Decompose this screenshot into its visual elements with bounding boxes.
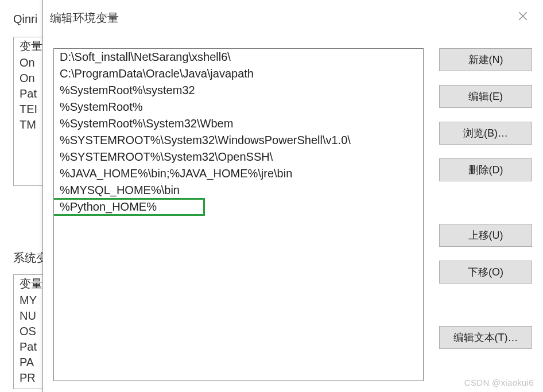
path-item[interactable]: %SYSTEMROOT%\System32\WindowsPowerShell\… — [54, 132, 423, 149]
new-button[interactable]: 新建(N) — [439, 48, 532, 71]
path-item[interactable]: %SystemRoot%\system32 — [54, 82, 423, 99]
delete-button[interactable]: 删除(D) — [439, 158, 532, 181]
path-item[interactable]: %SystemRoot% — [54, 99, 423, 115]
close-button[interactable] — [515, 8, 531, 24]
parent-tab-label: Qinri — [13, 13, 37, 26]
close-icon — [518, 11, 528, 21]
path-item[interactable]: D:\Soft_install\NetSarang\xshell6\ — [54, 49, 423, 65]
edit-env-dialog: 编辑环境变量 D:\Soft_install\NetSarang\xshell6… — [42, 0, 541, 392]
edit-button[interactable]: 编辑(E) — [439, 85, 532, 108]
path-item[interactable]: %Python_HOME% — [53, 199, 204, 215]
button-column: 新建(N) 编辑(E) 浏览(B)… 删除(D) 上移(U) 下移(O) 编辑文… — [439, 48, 532, 363]
browse-button[interactable]: 浏览(B)… — [439, 122, 532, 145]
watermark: CSDN @xiaokui6 — [464, 378, 534, 387]
path-item[interactable]: %MYSQL_HOME%\bin — [54, 182, 423, 199]
path-item[interactable]: %SystemRoot%\System32\Wbem — [54, 115, 423, 132]
path-item[interactable]: C:\ProgramData\Oracle\Java\javapath — [54, 65, 423, 82]
edit-text-button[interactable]: 编辑文本(T)… — [439, 326, 532, 349]
dialog-title: 编辑环境变量 — [50, 10, 119, 26]
path-item[interactable]: %JAVA_HOME%\bin;%JAVA_HOME%\jre\bin — [54, 165, 423, 182]
move-up-button[interactable]: 上移(U) — [439, 224, 532, 247]
move-down-button[interactable]: 下移(O) — [439, 261, 532, 284]
path-listbox[interactable]: D:\Soft_install\NetSarang\xshell6\C:\Pro… — [53, 48, 424, 381]
path-item[interactable]: %SYSTEMROOT%\System32\OpenSSH\ — [54, 149, 423, 165]
